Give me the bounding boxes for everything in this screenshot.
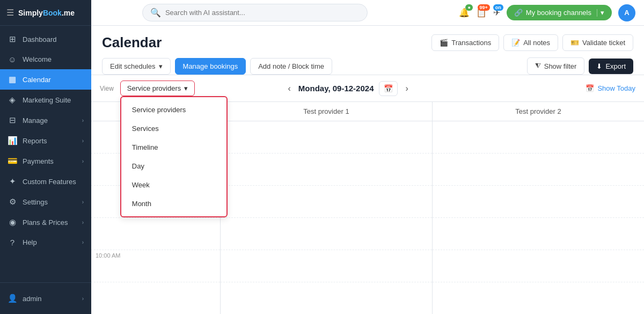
sidebar-bottom: 👤 admin › bbox=[0, 282, 91, 314]
grid-row bbox=[433, 250, 644, 282]
provider-2-column[interactable] bbox=[432, 121, 644, 314]
reports-icon: 📊 bbox=[8, 136, 17, 145]
page-title: Calendar bbox=[102, 34, 162, 51]
grid-row bbox=[221, 250, 432, 282]
ticket-icon: 🎫 bbox=[570, 39, 579, 47]
grid-row bbox=[433, 154, 644, 186]
view-wrapper: Service providers ▾ Service providers Se… bbox=[120, 81, 195, 96]
manage-bookings-button[interactable]: Manage bookings bbox=[175, 58, 246, 75]
chevron-down-icon: ▾ bbox=[184, 84, 188, 92]
today-icon: 📅 bbox=[586, 84, 594, 92]
show-filter-button[interactable]: ⧨ Show filter bbox=[527, 57, 585, 75]
dashboard-icon: ⊞ bbox=[8, 34, 17, 44]
topbar: 🔍 🔔 ● 📋 99+ ✈ on 🔗 My booking channels ▾ bbox=[91, 0, 644, 26]
share-icon[interactable]: ✈ on bbox=[493, 8, 500, 18]
avatar[interactable]: A bbox=[618, 4, 635, 21]
toolbar: Edit schedules ▾ Manage bookings Add not… bbox=[102, 57, 633, 75]
provider-1-column[interactable] bbox=[220, 121, 432, 314]
time-row bbox=[91, 218, 220, 250]
welcome-icon: ☺ bbox=[8, 55, 17, 64]
grid-row bbox=[221, 154, 432, 186]
chevron-icon: › bbox=[82, 199, 84, 205]
sidebar-item-plans[interactable]: ◉ Plans & Prices › bbox=[0, 212, 91, 232]
sidebar-item-admin[interactable]: 👤 admin › bbox=[0, 288, 91, 309]
validate-ticket-button[interactable]: 🎫 Validate ticket bbox=[562, 34, 633, 51]
date-picker-button[interactable]: 📅 bbox=[379, 81, 398, 96]
transactions-button[interactable]: 🎬 Transactions bbox=[431, 34, 499, 51]
grid-row bbox=[433, 121, 644, 154]
grid-row bbox=[221, 186, 432, 218]
provider-2-header: Test provider 2 bbox=[432, 102, 644, 121]
chevron-icon: › bbox=[82, 138, 84, 144]
sidebar-item-marketing[interactable]: ◈ Marketing Suite bbox=[0, 90, 91, 110]
next-date-button[interactable]: › bbox=[403, 82, 410, 96]
grid-row bbox=[433, 282, 644, 314]
admin-icon: 👤 bbox=[8, 294, 17, 303]
main-content: 🔍 🔔 ● 📋 99+ ✈ on 🔗 My booking channels ▾ bbox=[91, 0, 644, 314]
grid-row bbox=[221, 282, 432, 314]
calendar-toolbar: View Service providers ▾ Service provide… bbox=[91, 75, 644, 102]
custom-icon: ✦ bbox=[8, 177, 17, 186]
logo[interactable]: ☰ SimplyBook.me bbox=[0, 0, 91, 26]
sidebar-item-payments[interactable]: 💳 Payments › bbox=[0, 151, 91, 171]
grid-row bbox=[221, 121, 432, 154]
logo-text: SimplyBook.me bbox=[18, 9, 75, 17]
view-option-day[interactable]: Day bbox=[121, 157, 226, 176]
transactions-icon: 🎬 bbox=[440, 39, 448, 47]
chevron-icon: › bbox=[82, 158, 84, 164]
time-row-10am: 10:00 AM bbox=[91, 250, 220, 282]
hamburger-icon[interactable]: ☰ bbox=[6, 8, 14, 18]
chevron-down-icon: ▾ bbox=[601, 9, 604, 17]
page-title-row: Calendar 🎬 Transactions 📝 All notes 🎫 Va… bbox=[102, 34, 633, 51]
notes-icon: 📝 bbox=[511, 39, 520, 47]
manage-icon: ⊟ bbox=[8, 115, 17, 125]
time-row bbox=[91, 282, 220, 314]
calendar-area: View Service providers ▾ Service provide… bbox=[91, 75, 644, 314]
notification-bell[interactable]: 🔔 ● bbox=[459, 8, 470, 18]
sidebar-item-custom[interactable]: ✦ Custom Features bbox=[0, 171, 91, 192]
help-icon: ? bbox=[8, 238, 17, 247]
divider bbox=[597, 9, 597, 17]
all-notes-button[interactable]: 📝 All notes bbox=[503, 34, 558, 51]
grid-row bbox=[433, 218, 644, 250]
view-option-services[interactable]: Services bbox=[121, 119, 226, 138]
export-button[interactable]: ⬇ Export bbox=[589, 59, 633, 74]
chevron-down-icon: ▾ bbox=[159, 62, 163, 70]
sidebar-item-dashboard[interactable]: ⊞ Dashboard bbox=[0, 29, 91, 49]
sidebar-item-calendar[interactable]: ▦ Calendar bbox=[0, 69, 91, 90]
view-dropdown-menu: Service providers Services Timeline Day … bbox=[120, 96, 228, 217]
grid-row bbox=[433, 186, 644, 218]
view-option-timeline[interactable]: Timeline bbox=[121, 138, 226, 157]
booking-channels-button[interactable]: 🔗 My booking channels ▾ bbox=[507, 5, 612, 20]
edit-schedules-button[interactable]: Edit schedules ▾ bbox=[102, 58, 171, 75]
sidebar-item-reports[interactable]: 📊 Reports › bbox=[0, 130, 91, 151]
view-option-week[interactable]: Week bbox=[121, 176, 226, 194]
view-option-service-providers[interactable]: Service providers bbox=[121, 100, 226, 119]
provider-1-header: Test provider 1 bbox=[220, 102, 432, 121]
date-navigation: ‹ Monday, 09-12-2024 📅 › bbox=[286, 81, 411, 96]
export-icon: ⬇ bbox=[596, 62, 602, 70]
view-dropdown-button[interactable]: Service providers ▾ bbox=[120, 81, 195, 96]
prev-date-button[interactable]: ‹ bbox=[286, 82, 293, 96]
view-option-month[interactable]: Month bbox=[121, 194, 226, 213]
tasks-icon[interactable]: 📋 99+ bbox=[476, 8, 487, 18]
show-today-button[interactable]: 📅 Show Today bbox=[586, 84, 635, 92]
grid-row bbox=[221, 218, 432, 250]
settings-icon: ⚙ bbox=[8, 197, 17, 207]
add-note-button[interactable]: Add note / Block time bbox=[250, 58, 332, 75]
notification-badge: ● bbox=[465, 4, 472, 11]
search-box[interactable]: 🔍 bbox=[142, 4, 368, 21]
chevron-icon: › bbox=[82, 118, 84, 123]
header-actions: 🎬 Transactions 📝 All notes 🎫 Validate ti… bbox=[431, 34, 633, 51]
payments-icon: 💳 bbox=[8, 156, 17, 166]
sidebar-nav: ⊞ Dashboard ☺ Welcome ▦ Calendar ◈ Marke… bbox=[0, 26, 91, 282]
sidebar-item-settings[interactable]: ⚙ Settings › bbox=[0, 192, 91, 212]
tasks-badge: 99+ bbox=[478, 4, 490, 11]
sidebar-item-manage[interactable]: ⊟ Manage › bbox=[0, 110, 91, 130]
chevron-icon: › bbox=[82, 296, 84, 302]
search-input[interactable] bbox=[165, 9, 360, 17]
sidebar-item-help[interactable]: ? Help › bbox=[0, 232, 91, 252]
sidebar-item-welcome[interactable]: ☺ Welcome bbox=[0, 49, 91, 69]
filter-icon: ⧨ bbox=[535, 62, 541, 70]
link-icon: 🔗 bbox=[514, 9, 523, 17]
